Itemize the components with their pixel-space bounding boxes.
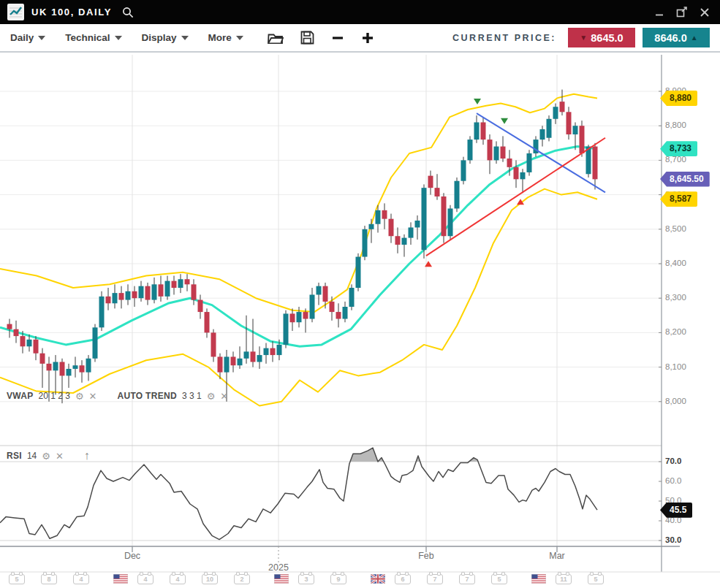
candle[interactable] bbox=[106, 288, 111, 310]
candle[interactable] bbox=[560, 90, 565, 115]
candle[interactable] bbox=[481, 117, 486, 145]
gear-icon[interactable]: ⚙ bbox=[207, 392, 216, 401]
candle[interactable] bbox=[336, 303, 341, 327]
candle[interactable] bbox=[520, 169, 526, 193]
candle[interactable] bbox=[7, 319, 12, 338]
candle[interactable] bbox=[185, 274, 190, 291]
candle[interactable] bbox=[93, 324, 98, 362]
candle[interactable] bbox=[323, 283, 328, 308]
candle[interactable] bbox=[113, 284, 118, 308]
candle[interactable] bbox=[132, 286, 137, 307]
gear-icon[interactable]: ⚙ bbox=[75, 392, 84, 401]
candle[interactable] bbox=[402, 234, 407, 257]
open-folder-icon[interactable] bbox=[268, 31, 284, 45]
calendar-icon[interactable]: 4 bbox=[73, 574, 89, 584]
candle[interactable] bbox=[34, 336, 39, 360]
candle[interactable] bbox=[382, 203, 387, 229]
candle[interactable] bbox=[442, 193, 447, 243]
candle[interactable] bbox=[284, 310, 289, 348]
candle[interactable] bbox=[14, 321, 19, 343]
candle[interactable] bbox=[192, 279, 197, 305]
save-icon[interactable] bbox=[300, 31, 314, 45]
candle[interactable] bbox=[409, 222, 414, 245]
candle[interactable] bbox=[86, 355, 91, 381]
candle[interactable] bbox=[152, 278, 157, 303]
candle[interactable] bbox=[205, 308, 210, 337]
candle[interactable] bbox=[534, 136, 539, 156]
candle[interactable] bbox=[395, 227, 401, 253]
candle[interactable] bbox=[448, 205, 453, 240]
candle[interactable] bbox=[270, 341, 276, 362]
close-icon[interactable]: ✕ bbox=[220, 392, 228, 401]
candle[interactable] bbox=[566, 107, 572, 140]
candle[interactable] bbox=[303, 308, 308, 332]
candle[interactable] bbox=[455, 177, 460, 212]
buy-price-button[interactable]: 8646.0 ▲ bbox=[643, 28, 710, 47]
candle[interactable] bbox=[165, 276, 170, 300]
chart-canvas[interactable] bbox=[0, 53, 720, 588]
candle[interactable] bbox=[514, 160, 519, 188]
calendar-icon[interactable]: 9 bbox=[330, 574, 346, 584]
candle[interactable] bbox=[290, 308, 295, 331]
candle[interactable] bbox=[389, 214, 394, 243]
display-menu[interactable]: Display bbox=[142, 32, 189, 43]
calendar-icon[interactable]: 4 bbox=[137, 574, 154, 584]
search-icon[interactable] bbox=[122, 7, 134, 18]
calendar-icon[interactable]: 11 bbox=[556, 574, 572, 584]
calendar-icon[interactable]: 4 bbox=[170, 574, 186, 584]
calendar-icon[interactable]: 5 bbox=[588, 574, 604, 584]
candle[interactable] bbox=[257, 346, 262, 369]
gear-icon[interactable]: ⚙ bbox=[42, 451, 50, 461]
sell-price-button[interactable]: ▼ 8645.0 bbox=[568, 28, 635, 47]
candle[interactable] bbox=[343, 302, 348, 322]
technical-menu[interactable]: Technical bbox=[65, 32, 121, 43]
candle[interactable] bbox=[415, 215, 420, 240]
candle[interactable] bbox=[178, 274, 183, 293]
close-icon[interactable]: ✕ bbox=[89, 392, 97, 401]
candle[interactable] bbox=[244, 316, 249, 364]
candle[interactable] bbox=[363, 226, 368, 260]
calendar-icon[interactable]: 7 bbox=[427, 574, 443, 584]
calendar-icon[interactable]: 10 bbox=[202, 574, 218, 584]
candle[interactable] bbox=[99, 291, 105, 331]
candle[interactable] bbox=[468, 136, 473, 164]
candle[interactable] bbox=[73, 356, 78, 377]
candle[interactable] bbox=[356, 253, 361, 291]
timeframe-menu[interactable]: Daily bbox=[10, 32, 45, 43]
candle[interactable] bbox=[422, 184, 427, 258]
candle[interactable] bbox=[428, 171, 433, 195]
candle[interactable] bbox=[231, 351, 236, 372]
calendar-icon[interactable]: 8 bbox=[41, 574, 57, 584]
candle[interactable] bbox=[593, 143, 598, 190]
calendar-icon[interactable]: 7 bbox=[459, 574, 475, 584]
zoom-out-icon[interactable] bbox=[331, 31, 344, 45]
candle[interactable] bbox=[172, 276, 177, 295]
candle[interactable] bbox=[126, 284, 131, 305]
candle[interactable] bbox=[474, 115, 480, 143]
popout-window-button[interactable] bbox=[676, 7, 688, 18]
candle[interactable] bbox=[145, 283, 151, 305]
candle[interactable] bbox=[310, 288, 315, 322]
more-menu[interactable]: More bbox=[208, 32, 243, 43]
calendar-icon[interactable]: 3 bbox=[298, 574, 314, 584]
candle[interactable] bbox=[80, 360, 85, 383]
minimize-button[interactable] bbox=[655, 7, 664, 17]
candle[interactable] bbox=[211, 329, 216, 362]
calendar-icon[interactable]: 6 bbox=[395, 574, 411, 584]
candle[interactable] bbox=[40, 348, 45, 388]
calendar-icon[interactable]: 5 bbox=[9, 574, 25, 584]
candle[interactable] bbox=[349, 284, 355, 310]
candle[interactable] bbox=[435, 174, 440, 199]
close-icon[interactable]: ✕ bbox=[56, 451, 64, 461]
candle[interactable] bbox=[238, 346, 243, 369]
candle[interactable] bbox=[264, 343, 269, 364]
candle[interactable] bbox=[119, 286, 124, 309]
trendline-red[interactable] bbox=[426, 138, 605, 256]
candle[interactable] bbox=[547, 115, 552, 141]
candle[interactable] bbox=[501, 136, 506, 161]
calendar-icon[interactable]: 2 bbox=[234, 574, 250, 584]
candle[interactable] bbox=[488, 134, 493, 174]
move-indicator-up-icon[interactable]: ↑ bbox=[84, 450, 90, 462]
close-icon[interactable] bbox=[700, 7, 710, 18]
candle[interactable] bbox=[540, 126, 545, 146]
